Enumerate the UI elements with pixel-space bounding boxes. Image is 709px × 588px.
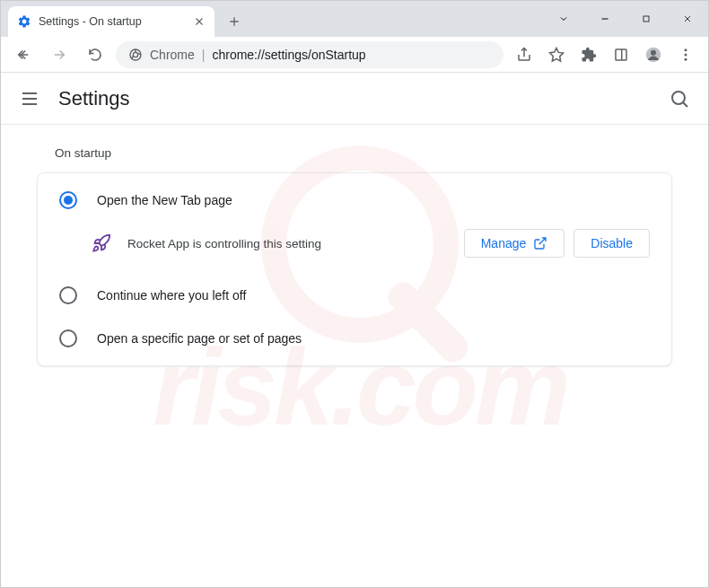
manage-button[interactable]: Manage [464, 229, 565, 258]
section-label: On startup [55, 146, 672, 160]
option-specific-pages[interactable]: Open a specific page or set of pages [38, 317, 671, 360]
back-button[interactable] [8, 39, 39, 70]
content-area: On startup Open the New Tab page Rocket … [1, 125, 708, 388]
search-icon[interactable] [669, 88, 690, 110]
titlebar: Settings - On startup [1, 1, 708, 37]
option-label: Open a specific page or set of pages [97, 331, 302, 346]
page-title: Settings [58, 87, 130, 110]
forward-button[interactable] [44, 39, 74, 70]
window-minimize-button[interactable] [584, 1, 626, 37]
option-continue-left-off[interactable]: Continue where you left off [38, 274, 671, 317]
radio-selected-icon[interactable] [59, 191, 77, 209]
window-controls [543, 1, 708, 37]
extensions-puzzle-icon[interactable] [573, 39, 604, 70]
kebab-menu-icon[interactable] [670, 39, 701, 70]
browser-tab[interactable]: Settings - On startup [8, 6, 214, 37]
disable-button-label: Disable [591, 236, 633, 250]
option-open-new-tab[interactable]: Open the New Tab page [38, 179, 671, 222]
svg-point-2 [133, 52, 137, 57]
window-close-button[interactable] [667, 1, 708, 37]
new-tab-button[interactable] [222, 9, 247, 34]
manage-button-label: Manage [481, 236, 527, 250]
window-maximize-button[interactable] [626, 1, 667, 37]
svg-point-5 [651, 49, 656, 55]
extension-notice: Rocket App is controlling this setting M… [38, 222, 671, 274]
disable-button[interactable]: Disable [573, 229, 650, 258]
side-panel-icon[interactable] [606, 39, 636, 70]
window-dropdown-icon[interactable] [543, 1, 584, 37]
settings-header: Settings [1, 73, 708, 125]
option-label: Open the New Tab page [97, 193, 232, 207]
radio-unselected-icon[interactable] [59, 286, 77, 304]
settings-gear-icon [17, 14, 31, 29]
share-icon[interactable] [509, 39, 539, 70]
url-scheme: Chrome [150, 48, 195, 62]
svg-point-8 [685, 57, 687, 60]
extension-notice-text: Rocket App is controlling this setting [127, 237, 448, 250]
svg-point-6 [685, 48, 687, 51]
url-path: chrome://settings/onStartup [212, 48, 365, 62]
radio-unselected-icon[interactable] [59, 329, 77, 347]
profile-avatar-icon[interactable] [638, 39, 669, 70]
svg-rect-0 [643, 16, 649, 22]
option-label: Continue where you left off [97, 288, 246, 303]
bookmark-star-icon[interactable] [541, 39, 572, 70]
svg-point-9 [672, 92, 685, 104]
address-bar[interactable]: Chrome | chrome://settings/onStartup [116, 41, 503, 68]
rocket-extension-icon [92, 233, 111, 253]
toolbar: Chrome | chrome://settings/onStartup [1, 37, 708, 73]
chrome-icon [128, 48, 143, 62]
tab-title: Settings - On startup [39, 15, 186, 28]
open-external-icon [533, 236, 547, 250]
startup-options-card: Open the New Tab page Rocket App is cont… [37, 172, 672, 366]
hamburger-menu-icon[interactable] [19, 88, 40, 110]
svg-point-7 [685, 53, 687, 56]
reload-button[interactable] [80, 39, 110, 70]
close-tab-icon[interactable] [193, 15, 206, 28]
